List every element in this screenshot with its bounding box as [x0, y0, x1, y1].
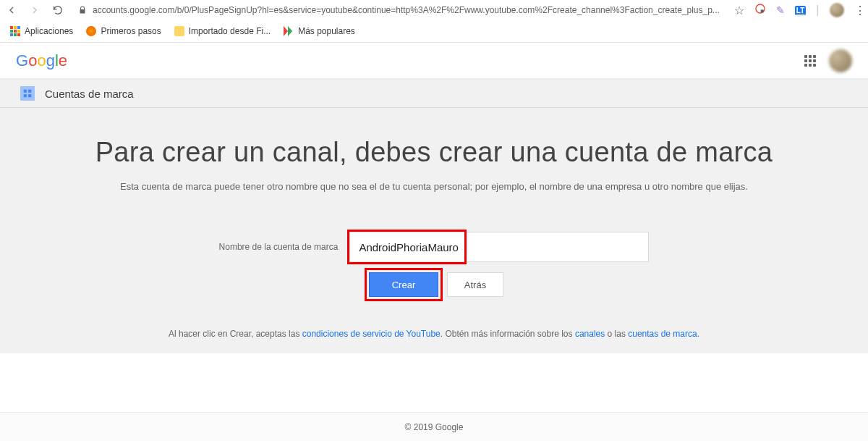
account-avatar[interactable]	[829, 49, 852, 72]
url-text: accounts.google.com/b/0/PlusPageSignUp?h…	[93, 5, 720, 15]
button-row: Crear Atrás	[0, 268, 868, 301]
bookmark-apps[interactable]: Aplicaciones	[10, 26, 73, 36]
brand-account-icon	[20, 86, 35, 101]
brand-accounts-link[interactable]: cuentas de marca	[628, 329, 697, 339]
extension-icon-1[interactable]	[754, 3, 766, 17]
svg-rect-5	[28, 94, 31, 97]
extension-icon-3[interactable]: LT	[795, 6, 806, 15]
separator: |	[816, 4, 819, 17]
channels-link[interactable]: canales	[575, 329, 605, 339]
brand-name-label: Nombre de la cuenta de marca	[219, 242, 339, 252]
disclaimer-text: . Obtén más información sobre los	[441, 329, 575, 339]
disclaimer-text: .	[697, 329, 699, 339]
apps-icon	[10, 26, 20, 36]
disclaimer-text: o las	[605, 329, 628, 339]
terms-link[interactable]: condiciones de servicio de YouTube	[302, 329, 441, 339]
bookmark-imported[interactable]: Importado desde Fi...	[174, 26, 271, 36]
google-header: Google	[0, 43, 868, 79]
profile-avatar-small[interactable]	[830, 3, 844, 17]
firefox-icon	[86, 26, 96, 36]
footer: © 2019 Google	[0, 412, 868, 441]
nav-right: ☆ ✎ LT | ⋮	[734, 3, 866, 17]
svg-rect-2	[24, 90, 27, 93]
lock-icon	[78, 6, 87, 14]
bookmark-label: Primeros pasos	[101, 26, 161, 36]
page-headline: Para crear un canal, debes crear una cue…	[0, 137, 868, 168]
address-bar[interactable]: accounts.google.com/b/0/PlusPageSignUp?h…	[72, 5, 726, 15]
browser-chrome: accounts.google.com/b/0/PlusPageSignUp?h…	[0, 0, 868, 43]
menu-icon[interactable]: ⋮	[854, 4, 866, 17]
bookmark-popular[interactable]: Más populares	[284, 26, 355, 36]
highlight-frame-create: Crear	[365, 268, 443, 301]
brand-name-input[interactable]	[349, 232, 649, 262]
back-icon[interactable]	[6, 4, 17, 16]
bookmark-label: Más populares	[298, 26, 355, 36]
disclaimer: Al hacer clic en Crear, aceptas las cond…	[0, 329, 868, 339]
create-button[interactable]: Crear	[369, 272, 438, 297]
page-subtext: Esta cuenta de marca puede tener otro no…	[0, 181, 868, 192]
google-apps-icon[interactable]	[804, 55, 816, 67]
svg-rect-1	[761, 9, 764, 12]
svg-rect-3	[28, 90, 31, 93]
disclaimer-text: Al hacer clic en Crear, aceptas las	[169, 329, 302, 339]
folder-icon	[174, 26, 184, 36]
nav-controls	[6, 4, 64, 16]
bookmark-first-steps[interactable]: Primeros pasos	[86, 26, 161, 36]
reload-icon[interactable]	[52, 4, 64, 16]
svg-rect-4	[24, 94, 27, 97]
main-content: Para crear un canal, debes crear una cue…	[0, 108, 868, 353]
play-store-icon	[284, 26, 294, 36]
bookmark-label: Importado desde Fi...	[189, 26, 271, 36]
header-right	[804, 49, 852, 72]
subheader: Cuentas de marca	[0, 79, 868, 108]
nav-row: accounts.google.com/b/0/PlusPageSignUp?h…	[0, 0, 868, 20]
brand-name-row: Nombre de la cuenta de marca	[0, 232, 868, 262]
back-button[interactable]: Atrás	[447, 272, 503, 297]
bookmarks-bar: Aplicaciones Primeros pasos Importado de…	[0, 20, 868, 42]
star-icon[interactable]: ☆	[734, 4, 744, 17]
extension-icon-2[interactable]: ✎	[776, 4, 785, 16]
google-logo[interactable]: Google	[16, 51, 67, 70]
forward-icon[interactable]	[29, 4, 41, 16]
brand-name-input-wrap	[349, 232, 649, 262]
bookmark-apps-label: Aplicaciones	[25, 26, 73, 36]
footer-text: © 2019 Google	[405, 422, 464, 432]
subheader-title: Cuentas de marca	[45, 88, 134, 100]
